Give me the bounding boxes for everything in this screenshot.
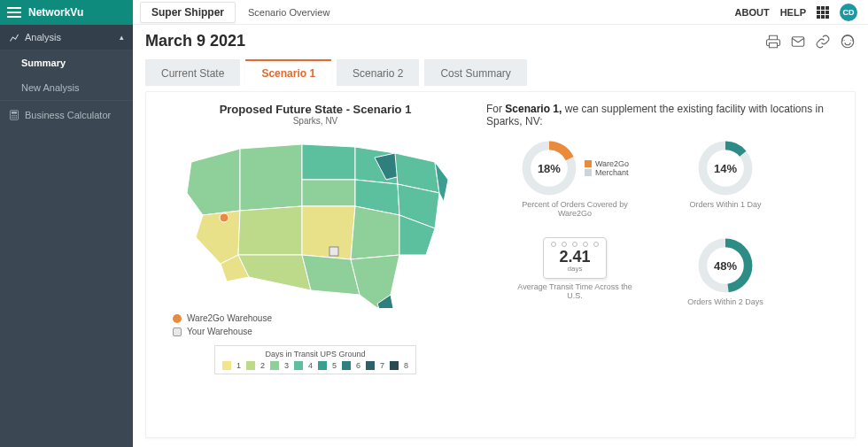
transit-unit: days [568, 265, 583, 273]
print-icon[interactable] [765, 34, 781, 50]
transit-swatch [222, 361, 231, 370]
tab-scenario-2[interactable]: Scenario 2 [337, 59, 419, 86]
transit-day-label: 2 [260, 361, 265, 370]
email-icon[interactable] [790, 34, 806, 50]
day1-value: 14% [697, 140, 754, 197]
header-row: March 9 2021 [133, 25, 868, 54]
transit-day-label: 7 [380, 361, 384, 370]
topbar: Super Shipper Scenario Overview ABOUT HE… [133, 0, 868, 25]
us-map [178, 131, 453, 308]
sidebar-item-new-analysis[interactable]: New Analysis [0, 75, 133, 100]
sidebar-item-label: Business Calculator [25, 110, 111, 120]
donut-legend: Ware2Go Merchant [585, 159, 629, 177]
svg-point-4 [16, 115, 18, 117]
brand-name: NetworkVu [28, 6, 83, 19]
sidebar-item-business-calculator[interactable]: Business Calculator [0, 100, 133, 129]
transit-legend-title: Days in Transit UPS Ground [222, 350, 408, 358]
map-subtitle: Sparks, NV [293, 116, 338, 126]
transit-day-label: 5 [332, 361, 337, 370]
metric-label: Average Transit Time Across the U.S. [513, 282, 637, 300]
scenario-panel: Proposed Future State - Scenario 1 Spark… [145, 91, 856, 438]
coverage-value: 18% [521, 140, 577, 197]
transit-legend: Days in Transit UPS Ground 12345678 [214, 345, 416, 374]
tabs: Current State Scenario 1 Scenario 2 Cost… [145, 59, 856, 86]
sidebar: NetworkVu Analysis ▴ Summary New Analysi… [0, 0, 133, 447]
svg-rect-1 [12, 112, 17, 113]
nav-help[interactable]: HELP [780, 7, 806, 18]
tab-cost-summary[interactable]: Cost Summary [424, 59, 526, 86]
metric-day1: 14% Orders Within 1 Day [663, 140, 787, 228]
support-icon[interactable] [840, 34, 856, 50]
nav-about[interactable]: ABOUT [735, 7, 770, 18]
metrics-section: For Scenario 1, we can supplement the ex… [486, 103, 841, 428]
transit-day-label: 3 [284, 361, 289, 370]
transit-swatch [270, 361, 279, 370]
map-title: Proposed Future State - Scenario 1 [220, 103, 412, 116]
header-actions [765, 34, 856, 50]
transit-swatch [294, 361, 303, 370]
calculator-icon [9, 110, 19, 120]
company-selector[interactable]: Super Shipper [140, 2, 236, 23]
link-icon[interactable] [815, 34, 831, 50]
analysis-icon [9, 32, 19, 42]
transit-day-label: 1 [236, 361, 241, 370]
svg-rect-8 [792, 36, 804, 46]
transit-swatch [246, 361, 255, 370]
warehouse-legend: Ware2Go Warehouse Your Warehouse [173, 313, 272, 340]
transit-swatch [366, 361, 375, 370]
calendar-card: 2.41 days [543, 237, 607, 279]
svg-point-6 [13, 117, 15, 119]
transit-swatch [342, 361, 351, 370]
svg-point-7 [16, 117, 18, 119]
avatar[interactable]: CD [840, 4, 857, 21]
brand-bar: NetworkVu [0, 0, 133, 25]
scenario-description: For Scenario 1, we can supplement the ex… [486, 103, 841, 127]
svg-point-10 [220, 213, 229, 222]
donut-coverage: 18% [521, 140, 577, 197]
svg-point-5 [12, 117, 13, 119]
sidebar-section-analysis[interactable]: Analysis ▴ [0, 25, 133, 50]
transit-day-label: 4 [308, 361, 313, 370]
metric-coverage: 18% Ware2Go Merchant Percent of Orders C… [486, 140, 663, 228]
transit-swatch [390, 361, 399, 370]
svg-point-2 [12, 115, 13, 117]
svg-rect-11 [329, 247, 338, 256]
legend-your-wh: Your Warehouse [187, 327, 252, 336]
sidebar-section-label: Analysis [25, 32, 61, 42]
date-title: March 9 2021 [145, 32, 245, 50]
apps-icon[interactable] [817, 6, 829, 19]
transit-swatch [318, 361, 327, 370]
legend-ware2go: Ware2Go Warehouse [187, 313, 272, 323]
metric-label: Orders Within 1 Day [689, 200, 761, 209]
donut-day2: 48% [697, 237, 754, 294]
chevron-up-icon: ▴ [120, 33, 124, 42]
warehouse-pin-your [329, 246, 339, 257]
donut-day1: 14% [697, 140, 754, 197]
metric-label: Orders Within 2 Days [687, 297, 763, 306]
transit-day-label: 8 [404, 361, 408, 370]
map-section: Proposed Future State - Scenario 1 Spark… [160, 103, 470, 428]
svg-point-3 [13, 115, 15, 117]
day2-value: 48% [697, 237, 754, 294]
transit-value: 2.41 [559, 249, 590, 265]
page-title: Scenario Overview [248, 7, 329, 18]
metric-transit: 2.41 days Average Transit Time Across th… [486, 237, 663, 326]
transit-day-label: 6 [356, 361, 360, 370]
tab-scenario-1[interactable]: Scenario 1 [245, 59, 331, 86]
sidebar-item-summary[interactable]: Summary [0, 50, 133, 75]
main: Super Shipper Scenario Overview ABOUT HE… [133, 0, 868, 447]
metric-day2: 48% Orders Within 2 Days [663, 237, 787, 326]
menu-icon[interactable] [7, 7, 21, 18]
metric-label: Percent of Orders Covered by Ware2Go [513, 200, 637, 218]
tab-current-state[interactable]: Current State [145, 59, 240, 86]
warehouse-pin-ware2go [219, 212, 229, 223]
